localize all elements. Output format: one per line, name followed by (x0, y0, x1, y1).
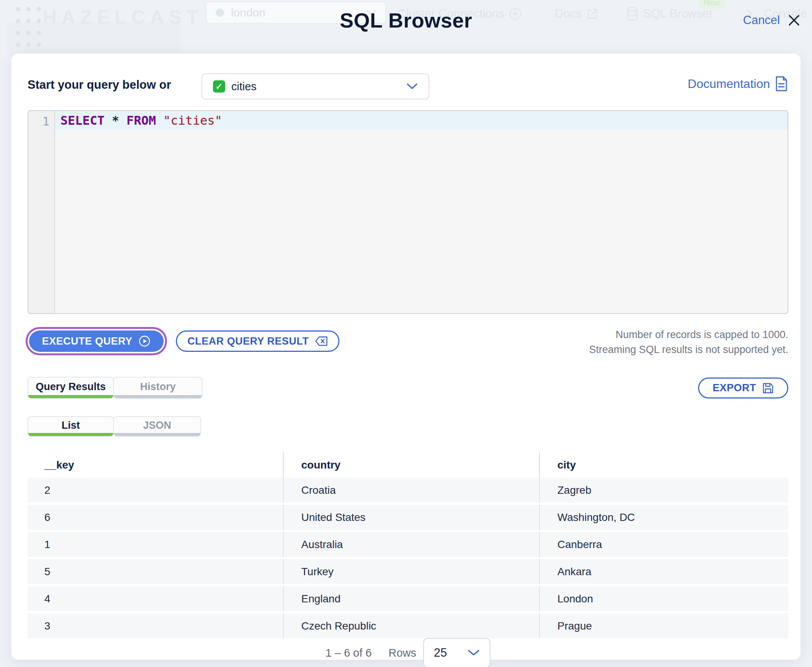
clear-query-result-button[interactable]: CLEAR QUERY RESULT (176, 330, 340, 352)
cell-city: London (539, 586, 788, 611)
pagination: 1 – 6 of 6 Rows 25 (28, 638, 788, 667)
tab-list-view[interactable]: List (28, 416, 114, 437)
new-badge: New (698, 0, 726, 8)
cell-key: 6 (28, 505, 283, 530)
results-table: __key country city 2 Croatia Zagreb 6 Un… (28, 453, 788, 640)
cell-country: United States (283, 505, 539, 530)
sql-browser-modal: Start your query below or cities Documen… (12, 53, 800, 660)
map-select-dropdown[interactable]: cities (202, 73, 429, 100)
active-tab-indicator (28, 395, 113, 398)
tab-label: Query Results (36, 381, 106, 395)
cell-city: Prague (539, 614, 788, 638)
tab-history[interactable]: History (113, 377, 203, 399)
table-row: 4 England London (28, 586, 788, 611)
cell-city: Ankara (539, 559, 788, 584)
cancel-label[interactable]: Cancel (743, 13, 780, 27)
tab-query-results[interactable]: Query Results (28, 377, 114, 399)
rows-per-page-value: 25 (434, 646, 447, 660)
cell-city: Canberra (539, 532, 788, 557)
execute-query-button[interactable]: EXECUTE QUERY (29, 330, 164, 352)
table-row: 1 Australia Canberra (28, 532, 788, 557)
cell-country: Turkey (283, 559, 539, 584)
column-header-country: country (283, 453, 539, 478)
inactive-tab-indicator (114, 433, 201, 436)
cell-city: Zagreb (539, 478, 788, 503)
cell-country: England (283, 586, 539, 611)
editor-active-line[interactable]: SELECT * FROM "cities" (55, 111, 787, 130)
sql-editor: 1 SELECT * FROM "cities" (28, 110, 788, 314)
rows-per-page-select[interactable]: 25 (423, 638, 491, 667)
note-line-1: Number of records is capped to 1000. (589, 327, 788, 342)
line-number: 1 (28, 111, 54, 130)
chevron-down-icon (406, 83, 418, 90)
tab-json-view[interactable]: JSON (113, 416, 201, 437)
active-tab-indicator (28, 433, 113, 436)
export-label: EXPORT (713, 382, 756, 394)
table-row: 5 Turkey Ankara (28, 559, 788, 584)
execute-query-label: EXECUTE QUERY (42, 335, 133, 347)
cell-country: Czech Republic (283, 614, 539, 638)
save-floppy-icon (762, 382, 774, 394)
sql-string: "cities" (163, 113, 222, 128)
editor-code-area[interactable]: SELECT * FROM "cities" (55, 111, 787, 313)
chevron-down-icon (467, 649, 480, 656)
backspace-icon (315, 336, 328, 346)
cell-country: Croatia (283, 478, 539, 503)
tab-label: List (61, 420, 80, 434)
cell-city: Washington, DC (539, 505, 788, 530)
rows-per-page-label: Rows (388, 647, 416, 659)
documentation-label[interactable]: Documentation (688, 77, 770, 91)
play-circle-icon (138, 335, 151, 347)
cell-key: 1 (28, 532, 283, 557)
view-tabs: List JSON (28, 416, 201, 437)
clear-query-result-label: CLEAR QUERY RESULT (187, 335, 309, 347)
check-icon (213, 80, 225, 93)
cell-key: 3 (28, 614, 283, 638)
results-tabs: Query Results History (28, 377, 203, 399)
table-row: 2 Croatia Zagreb (28, 478, 788, 503)
map-select-value: cities (231, 80, 406, 93)
pagination-range: 1 – 6 of 6 (325, 647, 371, 659)
table-row: 6 United States Washington, DC (28, 505, 788, 530)
column-header-city: city (539, 453, 788, 478)
cell-key: 5 (28, 559, 283, 584)
document-icon (774, 76, 788, 92)
column-header-key: __key (28, 453, 283, 478)
query-prompt-label: Start your query below or (28, 78, 171, 92)
result-cap-note: Number of records is capped to 1000. Str… (589, 327, 788, 357)
note-line-2: Streaming SQL results is not supported y… (589, 342, 788, 357)
page-title: SQL Browser (0, 8, 812, 32)
documentation-link[interactable]: Documentation (688, 76, 788, 92)
table-row: 3 Czech Republic Prague (28, 614, 788, 638)
close-icon[interactable] (787, 13, 801, 28)
sql-keyword: SELECT (60, 113, 105, 128)
cell-key: 2 (28, 478, 283, 503)
cell-country: Australia (283, 532, 539, 557)
table-header-row: __key country city (28, 453, 788, 478)
sql-star: * (112, 113, 119, 128)
inactive-tab-indicator (114, 395, 202, 398)
tab-label: JSON (143, 420, 171, 434)
editor-gutter: 1 (28, 111, 55, 313)
tab-label: History (140, 381, 176, 395)
cancel-button[interactable]: Cancel (743, 13, 802, 28)
cell-key: 4 (28, 586, 283, 611)
export-button[interactable]: EXPORT (698, 377, 788, 398)
sql-keyword: FROM (126, 113, 156, 128)
